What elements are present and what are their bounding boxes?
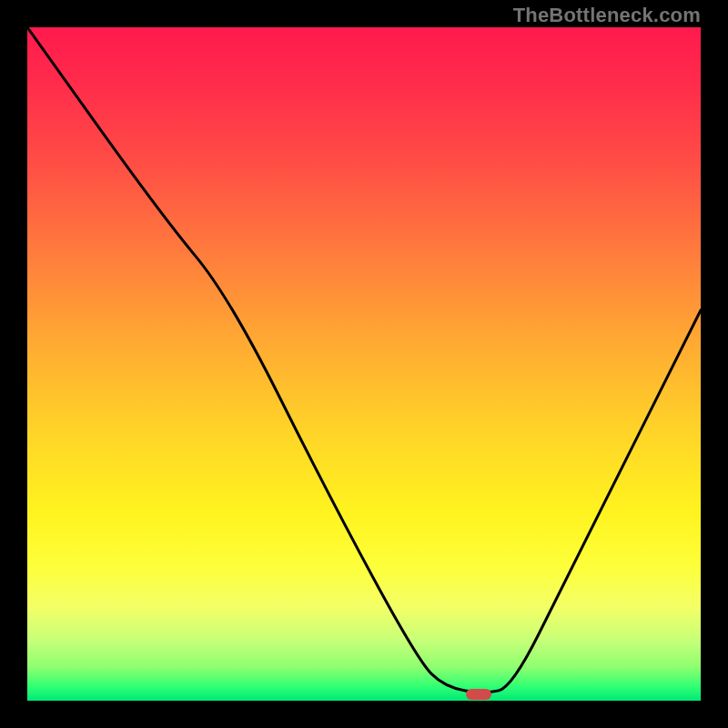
optimal-marker: [466, 689, 491, 700]
watermark-text: TheBottleneck.com: [513, 4, 701, 27]
plot-area: [27, 27, 701, 701]
curve-line: [27, 27, 701, 701]
curve-path: [27, 27, 701, 693]
chart-frame: TheBottleneck.com: [0, 0, 728, 728]
